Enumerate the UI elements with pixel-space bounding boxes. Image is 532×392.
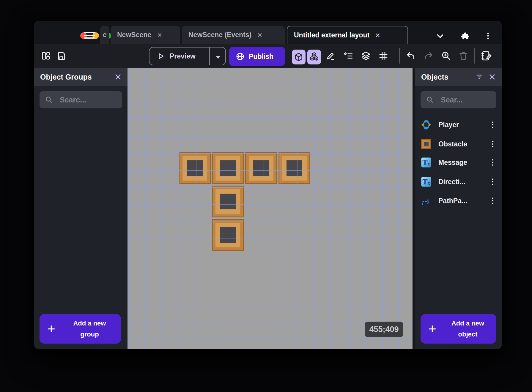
panels-layout-icon[interactable] bbox=[41, 44, 51, 68]
edit-pencil-icon[interactable] bbox=[325, 44, 336, 68]
obstacle-instance-center bbox=[253, 160, 269, 176]
tab-label: Untitled external layout bbox=[294, 31, 369, 39]
object-list-item-directions[interactable]: Tx Directi... bbox=[415, 173, 502, 190]
scene-canvas[interactable]: 455;409 bbox=[128, 68, 413, 349]
obstacle-instance[interactable] bbox=[179, 152, 211, 184]
object-label: Directi... bbox=[438, 178, 483, 186]
object-label: PathPa... bbox=[438, 197, 483, 205]
search-icon bbox=[45, 96, 53, 104]
objects-panel: Objects Sear... Player Obsta bbox=[415, 68, 502, 349]
object-menu-dots-icon[interactable] bbox=[490, 121, 496, 129]
object-groups-search-input[interactable]: Searc... bbox=[40, 91, 122, 108]
obstacle-instance[interactable] bbox=[212, 152, 244, 184]
object-list-item-player[interactable]: Player bbox=[415, 116, 502, 133]
obstacle-instance-center bbox=[187, 160, 203, 176]
preview-dropdown-caret-icon[interactable] bbox=[215, 56, 221, 59]
obstacle-instance-center bbox=[287, 160, 302, 176]
cube-icon bbox=[294, 52, 303, 62]
obstacle-instance[interactable] bbox=[212, 219, 244, 251]
object-menu-dots-icon[interactable] bbox=[490, 140, 496, 148]
close-panel-icon[interactable] bbox=[489, 73, 496, 80]
player-object-icon bbox=[421, 120, 431, 130]
cube-3d-view-toggle[interactable] bbox=[292, 50, 306, 64]
main-menu-icon[interactable] bbox=[84, 32, 95, 39]
obstacle-instance[interactable] bbox=[245, 152, 277, 184]
redo-icon[interactable] bbox=[423, 44, 433, 68]
obstacle-instance-center bbox=[220, 194, 236, 209]
undo-icon[interactable] bbox=[406, 44, 416, 68]
publish-button[interactable]: Publish bbox=[229, 47, 285, 66]
play-icon bbox=[157, 52, 165, 60]
events-sheet-edit-icon[interactable] bbox=[481, 44, 492, 68]
delete-trash-icon[interactable] bbox=[458, 44, 468, 68]
save-icon[interactable] bbox=[56, 44, 66, 68]
add-object-button[interactable]: + Add a new object bbox=[421, 314, 496, 344]
object-label: Obstacle bbox=[438, 140, 483, 148]
preview-split-divider bbox=[209, 48, 210, 65]
add-group-label-line2: group bbox=[61, 329, 118, 340]
object-menu-dots-icon[interactable] bbox=[490, 197, 496, 205]
objects-search-input[interactable]: Sear... bbox=[421, 91, 496, 108]
object-groups-panel: Object Groups Searc... + Add a new group bbox=[34, 68, 128, 349]
obstacle-instance-center bbox=[220, 227, 236, 243]
toolbar: Preview Publish bbox=[34, 44, 502, 68]
layers-icon[interactable] bbox=[361, 44, 371, 68]
preview-button[interactable]: Preview bbox=[149, 47, 226, 65]
add-group-button[interactable]: + Add a new group bbox=[40, 314, 121, 344]
close-tab-icon[interactable] bbox=[257, 32, 263, 38]
path-paint-object-icon bbox=[421, 196, 431, 206]
window-menu-dots-icon[interactable] bbox=[484, 32, 492, 40]
add-object-label-line1: Add a new bbox=[442, 318, 493, 329]
add-object-label-line2: object bbox=[442, 329, 493, 340]
object-label: Player bbox=[438, 121, 483, 129]
zoom-in-icon[interactable] bbox=[441, 44, 451, 68]
filter-icon[interactable] bbox=[476, 73, 483, 81]
tab-untitled-external-layout[interactable]: Untitled external layout bbox=[287, 26, 408, 44]
grid-icon[interactable] bbox=[378, 44, 388, 68]
tab-newscene[interactable]: NewScene bbox=[111, 26, 180, 44]
tab-partial[interactable]: e bbox=[100, 26, 109, 44]
search-placeholder: Searc... bbox=[60, 96, 86, 104]
search-placeholder: Sear... bbox=[441, 96, 463, 104]
object-list-item-pathpaint[interactable]: PathPa... bbox=[415, 192, 502, 209]
text-object-icon: Tx bbox=[421, 157, 431, 167]
instances-cubes-toggle[interactable] bbox=[307, 50, 321, 64]
obstacle-instance[interactable] bbox=[278, 152, 310, 184]
cursor-coordinates-badge: 455;409 bbox=[365, 322, 403, 337]
object-menu-dots-icon[interactable] bbox=[490, 178, 496, 186]
object-menu-dots-icon[interactable] bbox=[490, 159, 496, 166]
tab-bar: e NewScene NewScene (Events) Untitled ex… bbox=[34, 21, 502, 44]
object-groups-header: Object Groups bbox=[34, 68, 128, 86]
tab-label: NewScene (Events) bbox=[188, 31, 251, 39]
obstacle-instance-center bbox=[220, 160, 236, 176]
obstacle-instance[interactable] bbox=[212, 186, 244, 217]
extensions-puzzle-icon[interactable] bbox=[460, 31, 469, 41]
add-group-label-line1: Add a new bbox=[61, 318, 118, 329]
globe-icon bbox=[236, 52, 245, 61]
close-tab-icon[interactable] bbox=[375, 32, 381, 38]
preview-label: Preview bbox=[170, 52, 196, 60]
objects-header: Objects bbox=[415, 68, 502, 86]
tab-partial-label: e bbox=[103, 31, 107, 39]
plus-icon: + bbox=[428, 322, 436, 336]
tab-label: NewScene bbox=[117, 31, 151, 39]
cubes-icon bbox=[309, 52, 319, 62]
tab-overflow-chevron-icon[interactable] bbox=[436, 32, 444, 40]
close-panel-icon[interactable] bbox=[114, 73, 122, 80]
close-tab-icon[interactable] bbox=[157, 32, 163, 38]
objects-title: Objects bbox=[421, 73, 470, 81]
canvas-grid bbox=[128, 68, 413, 349]
object-label: Message bbox=[438, 159, 483, 167]
object-groups-title: Object Groups bbox=[40, 73, 109, 81]
app-window: e NewScene NewScene (Events) Untitled ex… bbox=[34, 21, 502, 349]
tab-newscene-events[interactable]: NewScene (Events) bbox=[182, 26, 285, 44]
instances-list-icon[interactable] bbox=[343, 44, 353, 68]
plus-icon: + bbox=[47, 322, 55, 336]
text-object-icon: Tx bbox=[421, 177, 431, 187]
search-icon bbox=[426, 96, 434, 104]
obstacle-object-icon bbox=[421, 139, 431, 149]
object-list-item-obstacle[interactable]: Obstacle bbox=[415, 136, 502, 152]
toolbar-divider bbox=[474, 48, 475, 64]
toolbar-divider bbox=[399, 48, 400, 64]
object-list-item-message[interactable]: Tx Message bbox=[415, 154, 502, 171]
